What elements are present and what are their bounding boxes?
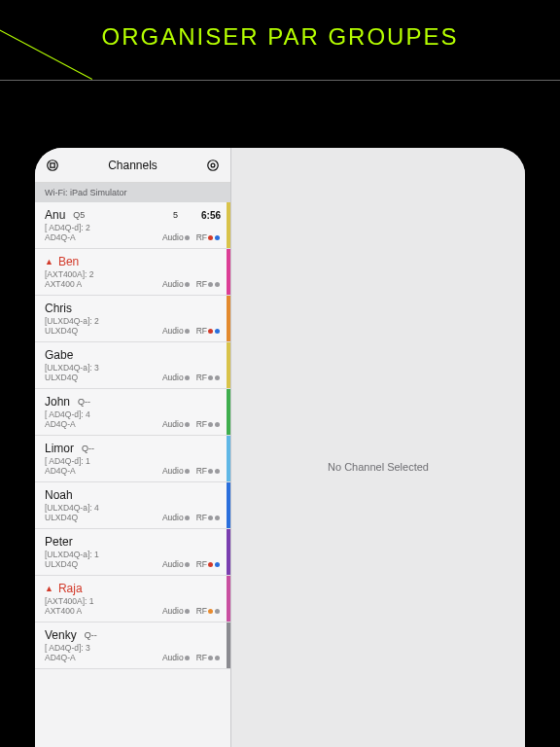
channel-name: Limor	[45, 442, 74, 455]
rf-label: RF	[196, 373, 207, 382]
rf-dot	[215, 329, 220, 334]
rf-dot	[208, 235, 213, 240]
channel-row[interactable]: AnuQ556:56[ AD4Q-d]: 2AD4Q-AAudioRF	[35, 202, 230, 249]
rf-dot	[208, 516, 213, 520]
channel-sublabel: [ AD4Q-d]: 3	[45, 643, 221, 653]
device-label: AD4Q-A	[45, 653, 162, 662]
channel-sublabel: [AXT400A]: 2	[45, 269, 221, 279]
rf-label: RF	[196, 559, 207, 569]
device-label: AD4Q-A	[45, 419, 162, 429]
sidebar-title: Channels	[68, 159, 197, 172]
color-stripe	[227, 389, 230, 435]
channel-sublabel: [ AD4Q-d]: 4	[45, 409, 221, 419]
channel-name: Gabe	[45, 348, 73, 362]
color-stripe	[227, 342, 230, 388]
channel-sublabel: [ULXD4Q-a]: 4	[45, 503, 221, 513]
page-title: ORGANISER PAR GROUPES	[0, 0, 560, 51]
channel-name: Peter	[45, 535, 73, 549]
rf-dot	[215, 516, 220, 520]
device-label: ULXD4Q	[45, 559, 162, 569]
q-value: Q--	[85, 630, 97, 640]
rf-dot	[215, 422, 220, 427]
color-stripe	[227, 482, 230, 528]
svg-point-3	[211, 163, 215, 167]
rf-dot	[215, 656, 220, 660]
audio-dot	[185, 375, 190, 380]
audio-label: Audio	[162, 653, 184, 662]
channel-row[interactable]: Gabe[ULXD4Q-a]: 3ULXD4QAudioRF	[35, 342, 230, 389]
channel-list[interactable]: AnuQ556:56[ AD4Q-d]: 2AD4Q-AAudioRF▲Ben[…	[35, 202, 230, 747]
rf-label: RF	[196, 466, 207, 476]
rf-dot	[215, 235, 220, 240]
channel-name: Chris	[45, 302, 72, 315]
rf-label: RF	[196, 326, 207, 336]
rf-dot	[208, 329, 213, 334]
audio-label: Audio	[162, 466, 184, 476]
channel-name: Ben	[58, 255, 79, 268]
color-stripe	[227, 576, 230, 622]
rf-label: RF	[196, 653, 207, 662]
channel-row[interactable]: VenkyQ--[ AD4Q-d]: 3AD4Q-AAudioRF	[35, 622, 230, 669]
q-value: Q5	[73, 210, 85, 220]
audio-dot	[185, 609, 190, 614]
rf-dot	[208, 422, 213, 427]
rf-dot	[215, 375, 220, 380]
main-pane: No Channel Selected	[231, 148, 525, 747]
channel-row[interactable]: LimorQ--[ AD4Q-d]: 1AD4Q-AAudioRF	[35, 436, 230, 482]
device-label: ULXD4Q	[45, 326, 162, 336]
rf-dot	[208, 609, 213, 614]
channel-row[interactable]: ▲Raja[AXT400A]: 1AXT400 AAudioRF	[35, 576, 230, 622]
empty-state-text: No Channel Selected	[328, 461, 429, 473]
svg-rect-1	[51, 162, 54, 166]
svg-point-2	[208, 160, 219, 170]
rf-label: RF	[196, 606, 207, 616]
audio-label: Audio	[162, 606, 184, 616]
rf-label: RF	[196, 232, 207, 242]
settings-icon[interactable]	[205, 158, 221, 173]
rf-dot	[215, 469, 220, 474]
rf-dot	[215, 609, 220, 614]
channel-sublabel: [ AD4Q-d]: 1	[45, 456, 221, 466]
warning-icon: ▲	[45, 257, 53, 267]
color-stripe	[227, 436, 230, 481]
audio-label: Audio	[162, 513, 184, 522]
rf-label: RF	[196, 513, 207, 522]
warning-icon: ▲	[45, 584, 53, 593]
audio-dot	[185, 329, 190, 334]
audio-dot	[185, 516, 190, 520]
rf-dot	[215, 282, 220, 287]
channel-name: Anu	[45, 208, 65, 222]
channels-sidebar: Channels Wi-Fi: iPad Simulator AnuQ556:5…	[35, 148, 231, 747]
channel-sublabel: [ULXD4Q-a]: 3	[45, 363, 221, 373]
audio-dot	[185, 469, 190, 474]
link-count: 5	[173, 210, 178, 220]
audio-label: Audio	[162, 326, 184, 336]
rf-label: RF	[196, 419, 207, 429]
channel-row[interactable]: JohnQ--[ AD4Q-d]: 4AD4Q-AAudioRF	[35, 389, 230, 436]
color-stripe	[227, 296, 230, 341]
color-stripe	[227, 529, 230, 575]
group-view-icon[interactable]	[45, 158, 60, 173]
audio-label: Audio	[162, 373, 184, 382]
q-value: Q--	[78, 397, 90, 407]
rf-dot	[208, 375, 213, 380]
channel-name: Raja	[58, 582, 83, 595]
sidebar-header: Channels	[35, 148, 230, 183]
audio-dot	[185, 422, 190, 427]
channel-name: John	[45, 395, 70, 409]
wifi-status: Wi-Fi: iPad Simulator	[35, 183, 230, 202]
channel-row[interactable]: Peter[ULXD4Q-a]: 1ULXD4QAudioRF	[35, 529, 230, 576]
channel-sublabel: [ULXD4Q-a]: 1	[45, 550, 221, 559]
channel-row[interactable]: Chris[ULXD4Q-a]: 2ULXD4QAudioRF	[35, 296, 230, 342]
device-label: AXT400 A	[45, 279, 162, 289]
color-stripe	[227, 202, 230, 248]
channel-row[interactable]: Noah[ULXD4Q-a]: 4ULXD4QAudioRF	[35, 482, 230, 529]
audio-label: Audio	[162, 232, 184, 242]
rf-dot	[208, 562, 213, 567]
channel-name: Venky	[45, 628, 77, 642]
device-frame: Channels Wi-Fi: iPad Simulator AnuQ556:5…	[35, 148, 525, 747]
device-label: ULXD4Q	[45, 513, 162, 522]
rf-dot	[215, 562, 220, 567]
channel-row[interactable]: ▲Ben[AXT400A]: 2AXT400 AAudioRF	[35, 249, 230, 296]
channel-sublabel: [AXT400A]: 1	[45, 596, 221, 606]
